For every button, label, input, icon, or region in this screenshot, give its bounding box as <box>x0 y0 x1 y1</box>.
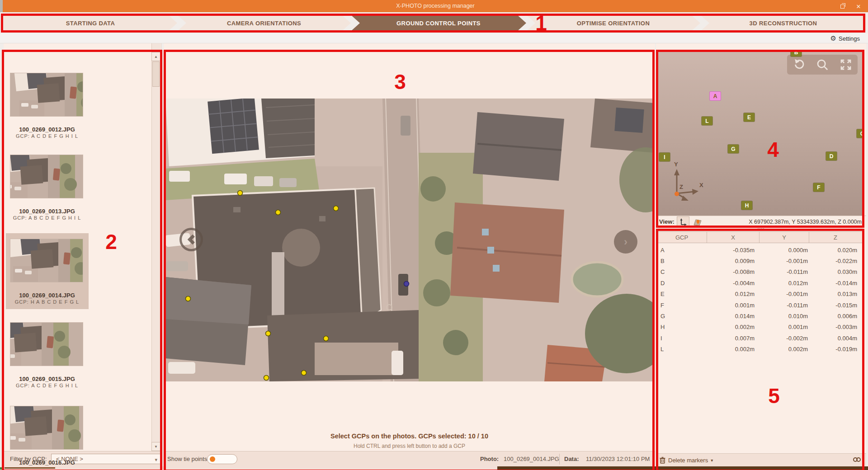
gcp-marker-l[interactable]: L <box>702 117 712 125</box>
chevron-down-icon: ▾ <box>711 458 713 463</box>
settings-button[interactable]: ⚙ Settings <box>830 33 860 43</box>
table-row[interactable]: A-0.035m0.000m0.020m <box>657 244 864 255</box>
gcp-value-cell: -0.001m <box>759 255 809 266</box>
gcp-value-cell: 0.002m <box>707 344 759 355</box>
photo-label: Photo: <box>480 451 499 466</box>
gcp-value-cell: -0.035m <box>707 244 759 255</box>
next-photo-button[interactable]: › <box>614 230 637 254</box>
gcp-marker-f[interactable]: F <box>813 183 824 192</box>
gcp-dot[interactable] <box>264 376 269 381</box>
show-tie-points-label: Show tie points <box>167 451 207 466</box>
table-row[interactable]: H0.002m0.001m-0.003m <box>657 322 864 333</box>
data-value: 11/30/2023 12:01:10 PM <box>586 451 650 466</box>
gcp-dot[interactable] <box>186 296 191 301</box>
show-tie-points-toggle[interactable] <box>207 454 237 464</box>
table-row[interactable]: L0.002m0.002m-0.019m <box>657 344 864 355</box>
gcp-marker-h[interactable]: H <box>741 201 752 210</box>
gcp-value-cell: 0.000m <box>759 244 809 255</box>
link-markers-icon[interactable] <box>853 457 861 462</box>
panel-splitter[interactable] <box>745 228 777 230</box>
gcp-value-cell: 0.012m <box>759 277 809 288</box>
gcp-value-cell: 0.001m <box>759 322 809 333</box>
delete-markers-button[interactable]: Delete markers ▾ <box>660 454 713 467</box>
gcp-id-cell: L <box>657 344 707 355</box>
gcp-instruction-hint: Hold CTRL and press left button to add a… <box>164 443 655 449</box>
fullscreen-icon[interactable] <box>839 58 853 71</box>
axes-gizmo: Y X Z <box>663 159 704 204</box>
photo-filename: 100_0269_0014.JPG <box>4 292 90 299</box>
gcp-id-cell: C <box>657 267 707 277</box>
gcp-value-cell: -0.015m <box>809 300 862 310</box>
gcp-id-cell: B <box>657 255 707 266</box>
gcp-value-cell: -0.019m <box>809 344 862 355</box>
close-window-button[interactable]: ✕ <box>851 2 866 10</box>
gcp-dot[interactable] <box>238 191 243 196</box>
scroll-down-button[interactable]: ▼ <box>151 442 160 451</box>
gcp-marker-i[interactable]: I <box>659 153 670 161</box>
aerial-photo-canvas[interactable] <box>165 99 654 381</box>
step-3d-reconstruction[interactable]: 3D RECONSTRUCTION <box>700 15 866 31</box>
column-header-z[interactable]: Z <box>809 232 862 243</box>
photo-gcp-list: GCP: A C D E F G H I L <box>4 383 90 388</box>
restore-window-button[interactable] <box>835 2 850 10</box>
gcp-value-cell: -0.022m <box>809 255 862 266</box>
gcp-3d-canvas[interactable]: Y X Z BAELCGIDFH <box>657 51 863 216</box>
viewer-status-bar: Show tie points Photo: 100_0269_0014.JPG… <box>164 451 655 466</box>
photo-thumbnail[interactable] <box>10 406 83 449</box>
trash-icon <box>660 457 665 464</box>
photo-thumbnail[interactable] <box>10 239 83 282</box>
table-row[interactable]: B0.009m-0.001m-0.022m <box>657 255 864 266</box>
step-starting-data[interactable]: STARTING DATA <box>4 15 177 31</box>
photo-thumbnail[interactable] <box>10 323 83 366</box>
gcp-value-cell: 0.002m <box>759 344 809 355</box>
gcp-value-cell: 0.004m <box>809 333 862 343</box>
gcp-marker-d[interactable]: D <box>826 152 837 160</box>
photo-filename: 100_0269_0013.JPG <box>4 208 90 215</box>
table-row[interactable]: E0.012m-0.001m0.013m <box>657 289 864 300</box>
table-row[interactable]: I0.007m-0.002m0.004m <box>657 333 864 343</box>
gcp-dot[interactable] <box>276 210 281 215</box>
gcp-value-cell: 0.006m <box>809 310 862 321</box>
gcp-instruction: Select GCPs on the photos. GCPs selected… <box>164 432 655 440</box>
title-bar: X-PHOTO processing manager ✕ <box>0 0 868 12</box>
gcp-dot[interactable] <box>266 331 271 336</box>
gcp-marker-g[interactable]: G <box>728 145 739 153</box>
gcp-dot[interactable] <box>334 206 339 211</box>
column-header-x[interactable]: X <box>707 232 759 243</box>
photo-thumbnail[interactable] <box>10 73 83 116</box>
table-row[interactable]: C-0.008m-0.011m0.030m <box>657 267 864 277</box>
column-header-y[interactable]: Y <box>759 232 809 243</box>
view-mode-map-button[interactable] <box>691 216 704 227</box>
column-header-gcp[interactable]: GCP <box>657 232 707 243</box>
reset-rotation-icon[interactable] <box>792 58 806 71</box>
gcp-id-cell: E <box>657 289 707 300</box>
view-mode-axes-button[interactable] <box>677 216 689 227</box>
gcp-id-cell: F <box>657 300 707 310</box>
table-row[interactable]: D-0.004m0.012m-0.014m <box>657 277 864 288</box>
table-row[interactable]: G0.014m0.010m0.006m <box>657 310 864 321</box>
photo-gcp-list: GCP: H A B C D E F G L <box>4 299 90 305</box>
zoom-icon[interactable] <box>816 58 829 71</box>
scroll-up-button[interactable]: ▲ <box>151 52 160 61</box>
photo-list-scrollbar[interactable] <box>151 43 160 451</box>
gear-icon: ⚙ <box>830 34 836 42</box>
workflow-stepper: STARTING DATACAMERA ORIENTATIONSGROUND C… <box>0 15 868 31</box>
chevron-down-icon: ▾ <box>155 455 157 465</box>
photo-thumbnail[interactable] <box>10 155 83 198</box>
scrollbar-thumb[interactable] <box>152 61 160 87</box>
step-ground-control-points[interactable]: GROUND CONTROL POINTS <box>351 15 526 31</box>
gcp-marker-a[interactable]: A <box>710 92 721 100</box>
gcp-marker-c[interactable]: C <box>857 129 863 138</box>
cursor-coordinates: X 697902.387m, Y 5334339.632m, Z 0.000m <box>749 216 862 228</box>
gcp-marker-e[interactable]: E <box>744 113 755 122</box>
tie-point-dot[interactable] <box>404 282 409 287</box>
gcp-dot[interactable] <box>302 371 307 376</box>
gcp-value-cell: 0.013m <box>809 289 862 300</box>
photo-gcp-list: GCP: A B C D E F G H I L <box>4 215 90 221</box>
step-optimise-orientation[interactable]: OPTIMISE ORIENTATION <box>526 15 700 31</box>
step-camera-orientations[interactable]: CAMERA ORIENTATIONS <box>177 15 351 31</box>
previous-photo-button[interactable] <box>179 228 203 251</box>
table-row[interactable]: F0.001m-0.011m-0.015m <box>657 300 864 310</box>
gcp-marker-b[interactable]: B <box>791 51 802 56</box>
gcp-dot[interactable] <box>324 336 329 341</box>
